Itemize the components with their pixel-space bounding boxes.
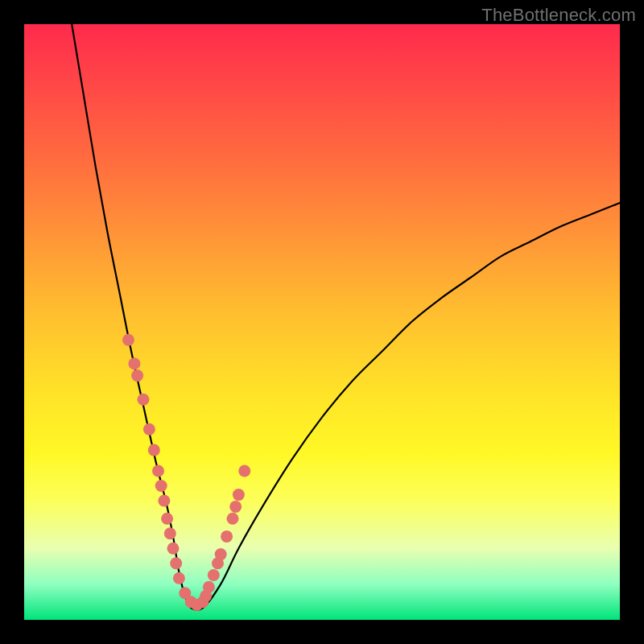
data-dot (215, 548, 227, 560)
data-dot (164, 527, 176, 539)
data-dot (227, 513, 239, 525)
chart-area (24, 24, 620, 620)
data-dot (143, 423, 155, 436)
data-dot (173, 572, 185, 584)
data-dot (128, 357, 140, 369)
data-dot (167, 543, 180, 555)
watermark-text: TheBottleneck.com (481, 5, 636, 26)
data-dot (122, 334, 134, 346)
data-dot (152, 465, 164, 477)
data-dot (148, 444, 160, 456)
data-dot (155, 480, 167, 492)
data-dot (203, 581, 215, 593)
data-dot (161, 513, 173, 525)
data-dot (233, 489, 245, 501)
data-dot (208, 569, 220, 581)
curve-line (72, 24, 620, 610)
bottleneck-curve-plot (24, 24, 620, 620)
data-dot (131, 369, 143, 382)
dot-cluster (122, 334, 250, 611)
data-dot (229, 501, 242, 513)
data-dot (158, 495, 170, 507)
data-dot (138, 394, 150, 406)
data-dot (221, 530, 233, 543)
data-dot (170, 557, 182, 569)
data-dot (238, 465, 250, 477)
